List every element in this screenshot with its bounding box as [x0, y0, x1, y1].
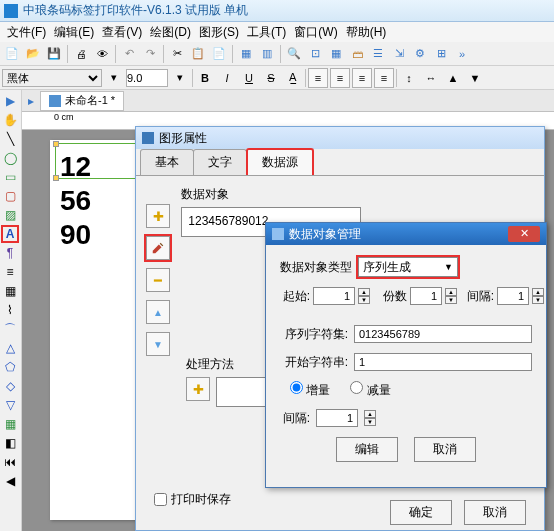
redo-icon[interactable]: ↷: [140, 44, 160, 64]
align-right-icon[interactable]: ≡: [352, 68, 372, 88]
export-icon[interactable]: ⇲: [389, 44, 409, 64]
list-icon[interactable]: ☰: [368, 44, 388, 64]
tab-datasource[interactable]: 数据源: [246, 148, 314, 175]
paste-icon[interactable]: 📄: [209, 44, 229, 64]
align-justify-icon[interactable]: ≡: [374, 68, 394, 88]
zoomfit-icon[interactable]: ⊡: [305, 44, 325, 64]
qrcode-tool-icon[interactable]: ▦: [1, 282, 19, 300]
grid-icon[interactable]: ▦: [326, 44, 346, 64]
italic-icon[interactable]: I: [217, 68, 237, 88]
properties-ok-button[interactable]: 确定: [390, 500, 452, 525]
save-on-print-checkbox[interactable]: [154, 493, 167, 506]
group-icon[interactable]: ▦: [236, 44, 256, 64]
database-icon[interactable]: 🗃: [347, 44, 367, 64]
gap-spinner[interactable]: ▲▼: [532, 288, 544, 304]
barcode-tool-icon[interactable]: ≡: [1, 263, 19, 281]
undo-icon[interactable]: ↶: [119, 44, 139, 64]
delete-data-button[interactable]: ━: [146, 268, 170, 292]
tabs-menu-icon[interactable]: ▸: [22, 94, 40, 108]
line-tool-icon[interactable]: ╲: [1, 130, 19, 148]
font-format-icon[interactable]: A̲: [283, 68, 303, 88]
diamond-tool-icon[interactable]: ◇: [1, 377, 19, 395]
text-tool-icon[interactable]: A: [1, 225, 19, 243]
richtext-tool-icon[interactable]: ¶: [1, 244, 19, 262]
pointer-tool-icon[interactable]: ▶: [1, 92, 19, 110]
edit-data-button[interactable]: [146, 236, 170, 260]
close-icon[interactable]: ✕: [508, 226, 540, 242]
menu-edit[interactable]: 编辑(E): [51, 22, 97, 43]
gap-input[interactable]: [497, 287, 529, 305]
polyline-tool-icon[interactable]: ⌇: [1, 301, 19, 319]
prefs-icon[interactable]: ⚙: [410, 44, 430, 64]
char-spacing-icon[interactable]: ↔: [421, 68, 441, 88]
page-nav-icon[interactable]: »: [452, 44, 472, 64]
font-dropdown-icon[interactable]: ▾: [104, 68, 124, 88]
preview-icon[interactable]: 👁: [92, 44, 112, 64]
properties-cancel-button[interactable]: 取消: [464, 500, 526, 525]
arc-tool-icon[interactable]: ⌒: [1, 320, 19, 338]
dialog-titlebar[interactable]: 数据对象管理 ✕: [266, 223, 546, 245]
align-left-icon[interactable]: ≡: [308, 68, 328, 88]
star-tool-icon[interactable]: ▽: [1, 396, 19, 414]
line-spacing-icon[interactable]: ↕: [399, 68, 419, 88]
menu-shape[interactable]: 图形(S): [196, 22, 242, 43]
save-icon[interactable]: 💾: [44, 44, 64, 64]
start-spinner[interactable]: ▲▼: [358, 288, 370, 304]
menu-view[interactable]: 查看(V): [99, 22, 145, 43]
dialog-cancel-button[interactable]: 取消: [414, 437, 476, 462]
fontsize-dropdown-icon[interactable]: ▾: [170, 68, 190, 88]
gap2-input[interactable]: [316, 409, 358, 427]
font-size-input[interactable]: [126, 69, 168, 87]
startstr-input[interactable]: [354, 353, 532, 371]
roundrect-tool-icon[interactable]: ▢: [1, 187, 19, 205]
ellipse-tool-icon[interactable]: ◯: [1, 149, 19, 167]
movedown-data-button[interactable]: [146, 332, 170, 356]
print-icon[interactable]: 🖨: [71, 44, 91, 64]
add-data-button[interactable]: ✚: [146, 204, 170, 228]
start-input[interactable]: [313, 287, 355, 305]
copy-icon[interactable]: 📋: [188, 44, 208, 64]
menu-file[interactable]: 文件(F): [4, 22, 49, 43]
dialog-edit-button[interactable]: 编辑: [336, 437, 398, 462]
menu-help[interactable]: 帮助(H): [343, 22, 390, 43]
ungroup-icon[interactable]: ▥: [257, 44, 277, 64]
menu-draw[interactable]: 绘图(D): [147, 22, 194, 43]
hand-tool-icon[interactable]: ✋: [1, 111, 19, 129]
radio-decrement[interactable]: 减量: [350, 381, 390, 399]
win-icon[interactable]: ⊞: [431, 44, 451, 64]
copies-input[interactable]: [410, 287, 442, 305]
menu-tool[interactable]: 工具(T): [244, 22, 289, 43]
increment-radio[interactable]: [290, 381, 303, 394]
triangle-tool-icon[interactable]: △: [1, 339, 19, 357]
add-process-button[interactable]: ✚: [186, 377, 210, 401]
tab-text[interactable]: 文字: [193, 149, 247, 175]
table-tool-icon[interactable]: ▦: [1, 415, 19, 433]
align-center-icon[interactable]: ≡: [330, 68, 350, 88]
cut-icon[interactable]: ✂: [167, 44, 187, 64]
font-name-select[interactable]: 黑体: [2, 69, 102, 87]
polygon-tool-icon[interactable]: ⬠: [1, 358, 19, 376]
image-tool-icon[interactable]: ▨: [1, 206, 19, 224]
strike-icon[interactable]: S: [261, 68, 281, 88]
new-icon[interactable]: 📄: [2, 44, 22, 64]
nav-prev-icon[interactable]: ◀: [1, 472, 19, 490]
charset-input[interactable]: [354, 325, 532, 343]
document-tab[interactable]: 未命名-1 *: [40, 91, 124, 111]
underline-icon[interactable]: U: [239, 68, 259, 88]
tab-basic[interactable]: 基本: [140, 149, 194, 175]
nav-first-icon[interactable]: ⏮: [1, 453, 19, 471]
moveup-data-button[interactable]: [146, 300, 170, 324]
rect-tool-icon[interactable]: ▭: [1, 168, 19, 186]
properties-titlebar[interactable]: 图形属性: [136, 127, 544, 149]
radio-increment[interactable]: 增量: [290, 381, 330, 399]
menu-window[interactable]: 窗口(W): [291, 22, 340, 43]
layer-up-icon[interactable]: ▲: [443, 68, 463, 88]
copies-spinner[interactable]: ▲▼: [445, 288, 457, 304]
open-icon[interactable]: 📂: [23, 44, 43, 64]
zoom-icon[interactable]: 🔍: [284, 44, 304, 64]
color-fill-icon[interactable]: ◧: [1, 434, 19, 452]
gap2-spinner[interactable]: ▲▼: [364, 410, 376, 426]
decrement-radio[interactable]: [350, 381, 363, 394]
type-combobox[interactable]: 序列生成 ▼: [358, 257, 458, 277]
layer-down-icon[interactable]: ▼: [465, 68, 485, 88]
